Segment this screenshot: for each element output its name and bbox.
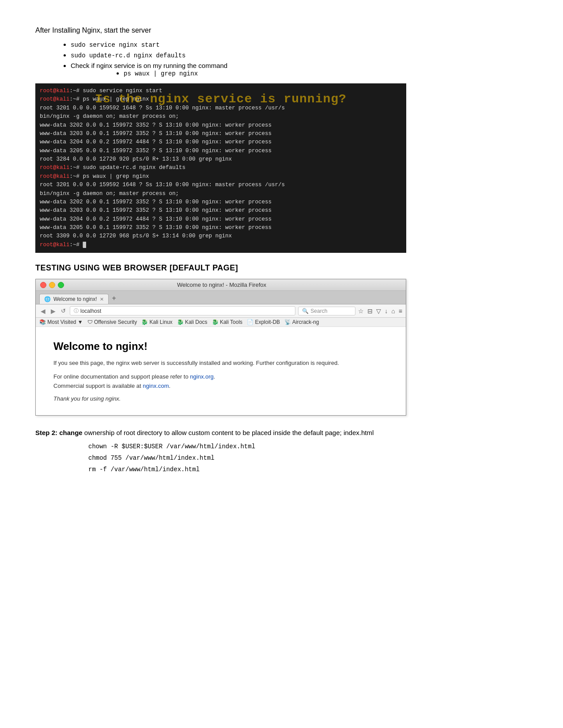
code-line-1: chown -R $USER:$USER /var/www/html/index… (88, 443, 528, 450)
terminal-line-3: root 3201 0.0 0.0 159592 1648 ? Ss 13:10… (40, 104, 402, 113)
nginx-para1: If you see this page, the nginx web serv… (53, 359, 388, 368)
terminal-line-17: www-data 3205 0.0 0.1 159972 3352 ? S 13… (40, 224, 402, 232)
terminal-line-16: www-data 3204 0.0 0.2 159972 4484 ? S 13… (40, 215, 402, 224)
browser-window-controls (40, 282, 64, 288)
refresh-button[interactable]: ↺ (60, 308, 67, 314)
bookmark-kali-linux[interactable]: 🐉 Kali Linux (141, 319, 172, 325)
bookmark-aircrack[interactable]: 📡 Aircrack-ng (284, 319, 319, 325)
terminal-line-11: root@kali:~# ps waux | grep nginx (40, 173, 402, 181)
browser-tab-active[interactable]: 🌐 Welcome to nginx! ✕ (39, 294, 109, 304)
browser-page-content: Welcome to nginx! If you see this page, … (36, 327, 406, 415)
bookmark-most-visited[interactable]: 📚 Most Visited ▼ (39, 319, 83, 325)
terminal-block: Is the nginx service is running? root@ka… (35, 83, 406, 253)
download-icon[interactable]: ↓ (385, 308, 388, 315)
intro-heading: After Installing Nginx, start the server (35, 26, 528, 34)
terminal-line-14: www-data 3202 0.0 0.1 159972 3352 ? S 13… (40, 198, 402, 206)
terminal-line-2: root@kali:~# ps waux | grep nginx (40, 95, 402, 104)
terminal-line-13: bin/nginx -g daemon on; master process o… (40, 190, 402, 198)
browser-titlebar: Welcome to nginx! - Mozilla Firefox (36, 279, 406, 291)
star-icon[interactable]: ☆ (358, 308, 364, 315)
terminal-line-18: root 3309 0.0 0.0 12720 968 pts/0 S+ 13:… (40, 232, 402, 240)
bullet-item-2: sudo update-rc.d nginx defaults (71, 51, 528, 59)
nginx-com-link[interactable]: nginx.com (143, 383, 169, 389)
browser-addressbar: ◀ ▶ ↺ ⓘ localhost 🔍 Search ☆ ⊟ ▽ ↓ ⌂ ≡ (36, 304, 406, 318)
terminal-line-1: root@kali:~# sudo service nginx start (40, 87, 402, 95)
minimize-button[interactable] (49, 282, 55, 288)
tab-label: Welcome to nginx! (53, 296, 97, 302)
nginx-org-link[interactable]: nginx.org (190, 373, 213, 380)
maximize-button[interactable] (58, 282, 64, 288)
terminal-line-19: root@kali:~# █ (40, 241, 402, 249)
code-line-3: rm -f /var/www/html/index.html (88, 466, 528, 473)
nginx-para3: Thank you for using nginx. (53, 395, 388, 402)
back-button[interactable]: ◀ (39, 308, 47, 315)
terminal-line-9: root 3284 0.0 0.0 12720 920 pts/0 R+ 13:… (40, 155, 402, 164)
terminal-line-10: root@kali:~# sudo update-rc.d nginx defa… (40, 164, 402, 172)
code-line-2: chmod 755 /var/www/html/index.html (88, 454, 528, 462)
forward-button[interactable]: ▶ (49, 308, 57, 315)
browser-tabs: 🌐 Welcome to nginx! ✕ + (36, 291, 406, 304)
terminal-line-7: www-data 3204 0.0 0.2 159972 4484 ? S 13… (40, 138, 402, 146)
menu-icon[interactable]: ≡ (399, 308, 402, 315)
terminal-line-5: www-data 3202 0.0 0.1 159972 3352 ? S 13… (40, 121, 402, 130)
browser-window: Welcome to nginx! - Mozilla Firefox 🌐 We… (35, 279, 406, 415)
close-button[interactable] (40, 282, 46, 288)
terminal-line-8: www-data 3205 0.0 0.1 159972 3352 ? S 13… (40, 147, 402, 155)
step2-heading: Step 2: change ownership of root directo… (35, 428, 528, 438)
section-title: TESTING USING WEB BROWSER [DEFAULT PAGE] (35, 263, 528, 273)
bookmark-offensive-security[interactable]: 🛡 Offensive Security (87, 319, 137, 325)
nginx-welcome-title: Welcome to nginx! (53, 340, 388, 353)
search-placeholder: Search (310, 308, 327, 314)
nginx-para2: For online documentation and support ple… (53, 372, 388, 391)
terminal-line-4: bin/nginx -g daemon on; master process o… (40, 113, 402, 121)
terminal-line-12: root 3201 0.0 0.0 159592 1648 ? Ss 13:10… (40, 181, 402, 189)
bullet-item-3: Check if nginx service is on my running … (71, 62, 528, 77)
bookmark-exploit-db[interactable]: 📄 Exploit-DB (247, 319, 280, 325)
address-bar[interactable]: ⓘ localhost (70, 306, 295, 315)
home-icon[interactable]: ⊟ (367, 308, 373, 315)
user-icon[interactable]: ⌂ (391, 308, 395, 315)
step2-bold: Step 2: change (35, 429, 83, 436)
step2-heading-rest: ownership of root directory to allow cus… (83, 429, 374, 436)
browser-title: Welcome to nginx! - Mozilla Firefox (64, 281, 379, 288)
terminal-line-15: www-data 3203 0.0 0.1 159972 3352 ? S 13… (40, 206, 402, 215)
tab-favicon: 🌐 (44, 296, 51, 302)
bullet-item-1: sudo service nginx start (71, 41, 528, 49)
toolbar-icons: ☆ ⊟ ▽ ↓ ⌂ ≡ (358, 308, 402, 315)
tab-close-button[interactable]: ✕ (100, 296, 104, 302)
search-box[interactable]: 🔍 Search (298, 307, 355, 315)
bookmarks-bar: 📚 Most Visited ▼ 🛡 Offensive Security 🐉 … (36, 318, 406, 327)
main-bullet-list: sudo service nginx start sudo update-rc.… (71, 41, 528, 77)
sync-icon[interactable]: ▽ (376, 308, 381, 315)
sub-bullet-item: ps waux | grep nginx (124, 69, 528, 77)
address-text: localhost (80, 308, 101, 314)
bookmark-kali-docs[interactable]: 🐉 Kali Docs (177, 319, 208, 325)
search-icon: 🔍 (302, 308, 309, 314)
new-tab-button[interactable]: + (109, 293, 120, 304)
step2-section: Step 2: change ownership of root directo… (35, 428, 528, 473)
terminal-line-6: www-data 3203 0.0 0.1 159972 3352 ? S 13… (40, 130, 402, 138)
bookmark-kali-tools[interactable]: 🐉 Kali Tools (212, 319, 242, 325)
